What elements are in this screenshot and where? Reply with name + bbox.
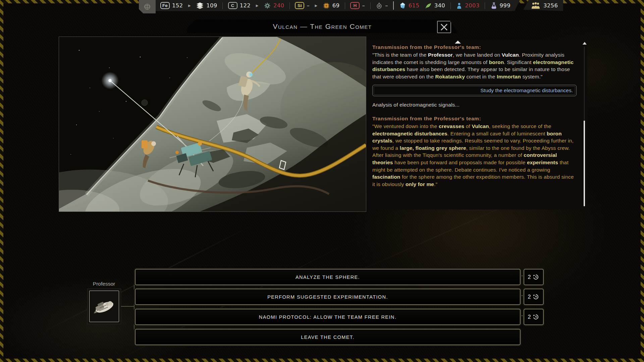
event-illustration (59, 37, 366, 212)
carbon-icon: C (228, 2, 237, 9)
resource-electronics: 69 (323, 2, 340, 9)
ship-thumbnail[interactable] (87, 289, 121, 324)
scrollbar-thumb[interactable] (584, 121, 585, 206)
event-log-panel: Transmission from the Professor's team: … (367, 40, 587, 209)
gear-icon (264, 2, 271, 9)
scrollbar (582, 42, 586, 207)
overview-tab[interactable] (139, 0, 156, 13)
transmission-header: Transmission from the Professor's team: (372, 116, 577, 122)
divider (289, 2, 290, 9)
silicon-icon: Si (295, 2, 304, 9)
crew-segment: 3256 (523, 0, 563, 11)
resource-bar: Fe 152 ▶ 109 C 122 ▶ 240 (139, 0, 563, 13)
cost-value: 2 (528, 314, 531, 320)
choice-cost-badge: 2 (524, 309, 544, 325)
alloys-amount: 240 (273, 2, 284, 9)
comet-scene-image (59, 37, 366, 212)
connector-line (134, 276, 135, 337)
silicon-amount: – (307, 2, 310, 9)
choice-analyze-sphere[interactable]: ANALYZE THE SPHERE. (135, 269, 521, 285)
arrow-right-icon: ▶ (188, 4, 191, 7)
steel-plates-icon (196, 2, 204, 9)
steel-amount: 109 (206, 2, 217, 9)
cryo-person-icon (456, 2, 463, 9)
hazard-border (0, 359, 644, 362)
ship-image (90, 291, 118, 321)
time-cost-clock-icon (532, 313, 539, 320)
cryogenized-amount: 2003 (465, 2, 479, 9)
interlude-text: Analysis of electromagnetic signals... (372, 101, 577, 109)
chip-icon (323, 2, 330, 9)
resource-carbon: C 122 (228, 2, 251, 9)
ship-name-label: Professor (86, 281, 122, 287)
resource-strip: Fe 152 ▶ 109 C 122 ▶ 240 (156, 0, 520, 11)
resource-alloys: 240 (264, 2, 284, 9)
cost-value: 2 (528, 274, 531, 280)
electronics-amount: 69 (332, 2, 340, 9)
carbon-amount: 122 (240, 2, 251, 9)
close-button[interactable] (437, 21, 451, 33)
divider (222, 2, 223, 9)
time-cost-clock-icon (532, 293, 539, 300)
choice-cost-badge: 2 (524, 289, 544, 305)
game-screen: Fe 152 ▶ 109 C 122 ▶ 240 (0, 0, 644, 362)
science-amount: 999 (500, 2, 511, 9)
choice-naomi-protocol[interactable]: NAOMI PROTOCOL: ALLOW THE TEAM FREE REIN… (135, 309, 521, 325)
leaf-icon (425, 2, 432, 9)
arrow-right-icon: ▶ (256, 4, 259, 7)
resource-food: 340 (425, 2, 445, 9)
divider (345, 2, 345, 9)
previous-choice-button[interactable]: Study the electromagnetic disturbances. (372, 85, 577, 96)
event-title: Vulcan — The Green Comet (187, 19, 458, 33)
resource-silicon: Si – (295, 2, 310, 9)
event-title-bar: Vulcan — The Green Comet (187, 19, 458, 33)
ice-amount: 615 (409, 2, 419, 9)
arrow-right-icon: ▶ (315, 4, 318, 7)
resource-steel: 109 (196, 2, 217, 9)
choice-leave-comet[interactable]: LEAVE THE COMET. (135, 329, 521, 345)
hydrogen-icon: H (350, 2, 360, 9)
hazard-border (641, 0, 644, 362)
waste-bag-icon (376, 2, 383, 9)
transmission-text: "This is the team of the Professor, we h… (372, 51, 577, 80)
close-icon (440, 23, 448, 31)
flask-icon (490, 2, 497, 9)
divider (450, 2, 451, 9)
crew-amount: 3256 (543, 2, 558, 9)
food-amount: 340 (434, 2, 445, 9)
divider (485, 2, 485, 9)
time-cost-clock-icon (532, 274, 539, 281)
cost-value: 2 (528, 294, 531, 300)
resource-waste: – (376, 2, 388, 9)
event-log-content: Transmission from the Professor's team: … (372, 41, 577, 188)
crew-icon (531, 2, 541, 9)
choice-perform-experimentation[interactable]: PERFORM SUGGESTED EXPERIMENTATION. (135, 289, 521, 305)
resource-science: 999 (490, 2, 511, 9)
ice-crystal-icon (399, 2, 406, 9)
iron-icon: Fe (160, 2, 170, 9)
resource-cryogenized: 2003 (456, 2, 479, 9)
globe-icon (143, 3, 151, 11)
hazard-border (0, 0, 3, 362)
iron-amount: 152 (172, 2, 183, 9)
resource-iron: Fe 152 (160, 2, 183, 9)
transmission-header: Transmission from the Professor's team: (372, 44, 577, 50)
resource-hydrogen: H – (350, 2, 365, 9)
transmission-text: "We ventured down into the crevasses of … (372, 123, 577, 188)
hydrogen-amount: – (362, 2, 365, 9)
connector-line (121, 306, 134, 307)
waste-amount: – (385, 2, 388, 9)
scrollbar-up-arrow-icon[interactable] (583, 42, 587, 45)
divider (370, 2, 371, 9)
choice-cost-badge: 2 (524, 269, 544, 285)
divider (393, 1, 394, 10)
resource-ice: 615 (399, 2, 419, 9)
